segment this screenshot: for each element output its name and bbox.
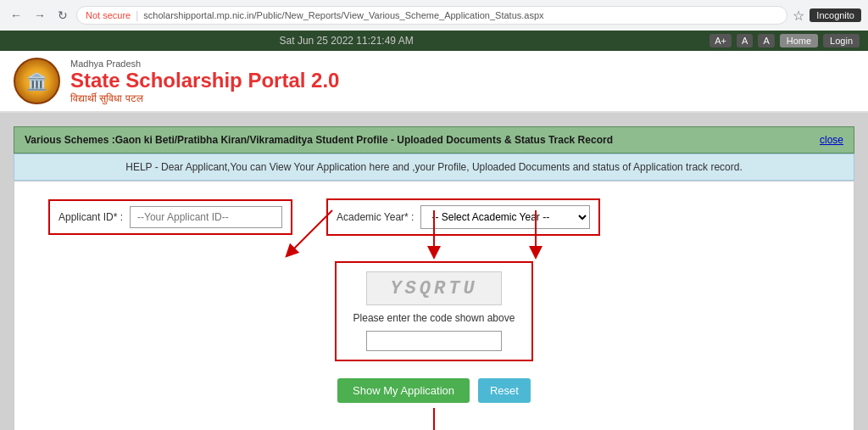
- captcha-input[interactable]: [366, 331, 502, 351]
- captcha-image: YSQRTU: [366, 271, 502, 305]
- portal-title: State Scholarship Portal 2.0: [70, 69, 339, 92]
- down-arrow-icon: [417, 408, 451, 430]
- applicant-id-input[interactable]: [130, 206, 282, 228]
- title-main: State Scholarship Portal: [70, 69, 311, 92]
- tagline: विद्यार्थी सुविधा पटल: [70, 92, 339, 104]
- main-content: Various Schemes :Gaon ki Beti/Pratibha K…: [0, 113, 868, 430]
- browser-toolbar: ← → ↻ Not secure | scholarshipportal.mp.…: [0, 0, 868, 31]
- incognito-button[interactable]: Incognito: [810, 8, 861, 22]
- help-bar: HELP - Dear Applicant,You can View Your …: [14, 154, 854, 181]
- reset-button[interactable]: Reset: [478, 378, 531, 403]
- not-secure-label: Not secure: [86, 10, 131, 20]
- notice-bar: Various Schemes :Gaon ki Beti/Pratibha K…: [14, 126, 854, 154]
- academic-year-group: Academic Year* : -- Select Academic Year…: [326, 198, 600, 236]
- mp-label: Madhya Pradesh: [70, 59, 339, 69]
- academic-year-select[interactable]: -- Select Academic Year --: [420, 205, 590, 229]
- top-bar-controls: A+ A A Home Login: [709, 34, 868, 47]
- captcha-label: Please enter the code shown above: [353, 312, 515, 324]
- datetime-display: Sat Jun 25 2022 11:21:49 AM: [0, 35, 693, 47]
- form-row-main: Applicant ID* : Academic Year* : -- Sele…: [48, 198, 820, 236]
- font-large-button[interactable]: A+: [709, 34, 732, 47]
- top-bar: Sat Jun 25 2022 11:21:49 AM A+ A A Home …: [0, 31, 868, 51]
- font-normal-button2[interactable]: A: [758, 34, 774, 47]
- browser-chrome: ← → ↻ Not secure | scholarshipportal.mp.…: [0, 0, 868, 31]
- site-header: 🏛️ Madhya Pradesh State Scholarship Port…: [0, 51, 868, 113]
- login-button[interactable]: Login: [823, 34, 860, 47]
- font-normal-button1[interactable]: A: [737, 34, 753, 47]
- close-link[interactable]: close: [820, 134, 843, 146]
- bookmark-icon[interactable]: ☆: [793, 8, 804, 24]
- captcha-section: YSQRTU Please enter the code shown above: [48, 261, 820, 361]
- logo: 🏛️: [14, 58, 60, 104]
- home-button[interactable]: Home: [780, 34, 818, 47]
- header-text: Madhya Pradesh State Scholarship Portal …: [70, 59, 339, 104]
- bottom-arrow: [48, 408, 820, 430]
- title-version: 2.0: [311, 69, 339, 92]
- applicant-id-group: Applicant ID* :: [48, 199, 292, 235]
- reload-button[interactable]: ↻: [54, 7, 71, 24]
- browser-actions: ☆ Incognito: [793, 8, 861, 24]
- show-application-button[interactable]: Show My Application: [337, 378, 470, 403]
- applicant-id-label: Applicant ID* :: [58, 211, 123, 223]
- help-text: HELP - Dear Applicant,You can View Your …: [125, 161, 743, 173]
- captcha-box: YSQRTU Please enter the code shown above: [335, 261, 534, 361]
- address-bar[interactable]: Not secure | scholarshipportal.mp.nic.in…: [76, 6, 787, 25]
- notice-text: Various Schemes :Gaon ki Beti/Pratibha K…: [25, 134, 613, 146]
- form-container: Applicant ID* : Academic Year* : -- Sele…: [14, 181, 854, 430]
- academic-year-label: Academic Year* :: [337, 211, 414, 223]
- forward-button[interactable]: →: [31, 7, 49, 24]
- back-button[interactable]: ←: [7, 7, 25, 24]
- button-row: Show My Application Reset: [48, 378, 820, 403]
- logo-emblem: 🏛️: [26, 71, 47, 92]
- url-text: scholarshipportal.mp.nic.in/Public/New_R…: [143, 10, 543, 20]
